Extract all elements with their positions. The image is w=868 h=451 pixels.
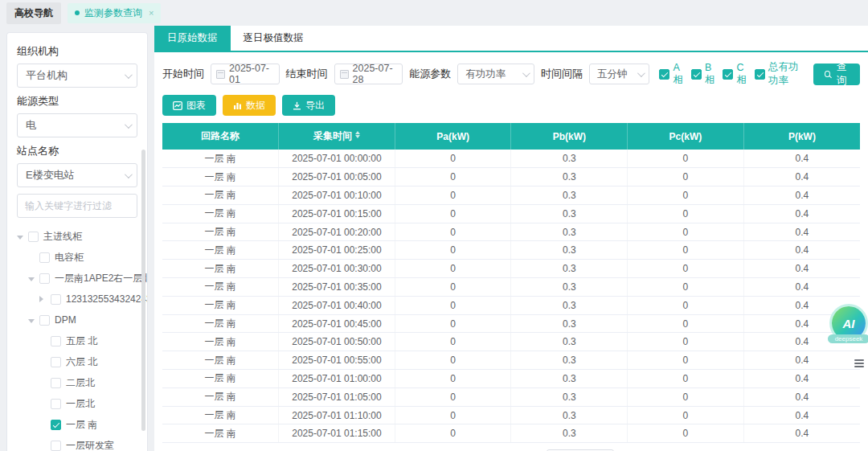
table-row[interactable]: 一层 南2025-07-01 00:50:0000.300.4 — [162, 333, 860, 351]
table-row[interactable]: 一层 南2025-07-01 01:10:0000.300.4 — [162, 406, 860, 424]
chevron-down-icon — [637, 69, 645, 77]
breadcrumb-tab[interactable]: 监测参数查询 × — [68, 3, 161, 23]
tree-item[interactable]: 二层北 — [17, 372, 137, 393]
table-row[interactable]: 一层 南2025-07-01 00:20:0000.300.4 — [162, 223, 860, 241]
tree-checkbox[interactable] — [51, 441, 61, 451]
column-header[interactable]: P(kW) — [743, 123, 860, 150]
checkbox-icon[interactable] — [659, 69, 669, 80]
interval-value: 五分钟 — [597, 68, 628, 81]
interval-select[interactable]: 五分钟 — [589, 64, 650, 84]
column-header[interactable]: Pa(kW) — [395, 123, 511, 150]
tree-checkbox[interactable] — [39, 273, 50, 284]
close-icon[interactable]: × — [149, 8, 154, 18]
tree-checkbox[interactable] — [51, 378, 61, 388]
table-cell: 0.4 — [743, 241, 860, 260]
start-date-input[interactable]: 2025-07-01 — [211, 64, 280, 84]
checkbox-icon[interactable] — [691, 69, 702, 80]
nav-menu-button[interactable]: 高校导航 — [6, 2, 61, 24]
data-tabs: 日原始数据 逐日极值数据 — [154, 26, 868, 52]
tree-item[interactable]: 1231325534324243423424342 — [17, 289, 137, 310]
tree-filter-input[interactable] — [17, 194, 137, 218]
table-row[interactable]: 一层 南2025-07-01 01:15:0000.300.4 — [162, 424, 860, 443]
column-header[interactable]: 采集时间 — [279, 123, 395, 150]
ai-assistant-widget[interactable]: AI deepseek — [826, 306, 868, 343]
table-cell: 0 — [628, 260, 744, 278]
energy-param-select[interactable]: 有功功率 — [457, 64, 534, 84]
table-row[interactable]: 一层 南2025-07-01 00:35:0000.300.4 — [162, 278, 860, 297]
phase-checkbox[interactable]: B相 — [691, 62, 715, 87]
tree-checkbox[interactable] — [39, 252, 50, 263]
tree-item[interactable]: 电容柜 — [17, 247, 137, 268]
table-cell: 0 — [395, 424, 511, 443]
side-panel-handle-icon[interactable] — [854, 359, 864, 367]
tree-checkbox[interactable] — [51, 420, 61, 430]
chart-button[interactable]: 图表 — [162, 95, 216, 116]
table-cell: 0.4 — [743, 351, 860, 370]
table-cell: 2025-07-01 00:10:00 — [279, 187, 395, 205]
table-row[interactable]: 一层 南2025-07-01 00:25:0000.300.4 — [162, 241, 860, 260]
org-select[interactable]: 平台机构 — [17, 64, 137, 88]
end-time-label: 结束时间 — [286, 67, 328, 81]
table-cell: 2025-07-01 01:00:00 — [279, 370, 395, 388]
table-row[interactable]: 一层 南2025-07-01 01:00:0000.300.4 — [162, 370, 860, 388]
table-row[interactable]: 一层 南2025-07-01 00:10:0000.300.4 — [162, 187, 860, 205]
tree-item[interactable]: 一层 南 — [17, 414, 137, 435]
tree-item-label: 一层研发室 — [66, 439, 114, 451]
table-row[interactable]: 一层 南2025-07-01 00:15:0000.300.4 — [162, 204, 860, 223]
table-cell: 0.4 — [743, 370, 860, 388]
table-cell: 0.3 — [511, 187, 628, 205]
energy-param-value: 有功功率 — [465, 68, 506, 81]
tree-checkbox[interactable] — [51, 294, 61, 305]
caret-down-icon[interactable] — [17, 231, 25, 242]
table-cell: 2025-07-01 00:20:00 — [279, 223, 395, 241]
table-row[interactable]: 一层 南2025-07-01 00:00:0000.300.4 — [162, 150, 860, 168]
tree-checkbox[interactable] — [39, 315, 50, 326]
caret-down-icon[interactable] — [28, 314, 36, 326]
start-time-label: 开始时间 — [162, 67, 204, 81]
sidebar-scrollbar[interactable] — [141, 150, 145, 431]
table-row[interactable]: 一层 南2025-07-01 01:05:0000.300.4 — [162, 387, 860, 406]
table-row[interactable]: 一层 南2025-07-01 00:45:0000.300.4 — [162, 314, 860, 333]
export-button[interactable]: 导出 — [282, 95, 335, 116]
phase-checkbox[interactable]: C相 — [723, 62, 747, 87]
tab-daily-extreme-data[interactable]: 逐日极值数据 — [231, 26, 317, 51]
tree-item[interactable]: 一层北 — [17, 393, 137, 414]
station-select[interactable]: E楼变电站 — [17, 163, 137, 187]
station-label: 站点名称 — [17, 144, 137, 158]
tree-item[interactable]: 一层研发室 — [17, 435, 137, 451]
table-row[interactable]: 一层 南2025-07-01 00:30:0000.300.4 — [162, 260, 860, 278]
tree-item[interactable]: 主进线柜 — [17, 226, 137, 247]
data-button[interactable]: 数据 — [223, 95, 276, 116]
phase-checkbox[interactable]: A相 — [659, 62, 683, 87]
tree-item[interactable]: DPM — [17, 310, 137, 330]
sort-icon[interactable] — [355, 131, 360, 139]
energy-select[interactable]: 电 — [17, 113, 137, 137]
table-cell: 0 — [395, 241, 511, 260]
table-row[interactable]: 一层 南2025-07-01 00:55:0000.300.4 — [162, 351, 860, 370]
caret-down-icon[interactable] — [28, 273, 36, 284]
tree-checkbox[interactable] — [51, 357, 61, 367]
query-button[interactable]: 查询 — [813, 64, 860, 85]
checkbox-icon[interactable] — [755, 69, 765, 80]
tab-daily-raw-data[interactable]: 日原始数据 — [154, 26, 231, 51]
checkbox-icon[interactable] — [723, 69, 733, 80]
tree-checkbox[interactable] — [51, 336, 61, 346]
column-header[interactable]: Pb(kW) — [511, 123, 628, 150]
table-row[interactable]: 一层 南2025-07-01 00:05:0000.300.4 — [162, 168, 860, 187]
tree-item[interactable]: 五层 北 — [17, 330, 137, 351]
phase-checkbox[interactable]: 总有功功率 — [755, 60, 800, 88]
table-cell: 一层 南 — [162, 333, 279, 351]
table-cell: 0.4 — [743, 223, 860, 241]
tree-item[interactable]: 六层 北 — [17, 351, 137, 372]
column-header[interactable]: Pc(kW) — [628, 123, 744, 150]
table-cell: 0.3 — [511, 223, 628, 241]
tree-checkbox[interactable] — [51, 399, 61, 409]
table-cell: 0 — [628, 314, 744, 333]
caret-right-icon[interactable] — [39, 293, 47, 305]
tree-item[interactable]: 一层南1APE2右一层北1APE1左 — [17, 268, 137, 289]
table-row[interactable]: 一层 南2025-07-01 00:40:0000.300.4 — [162, 296, 860, 314]
tree-checkbox[interactable] — [28, 232, 39, 242]
table-cell: 2025-07-01 00:45:00 — [279, 314, 395, 333]
end-date-input[interactable]: 2025-07-28 — [334, 64, 403, 84]
column-header[interactable]: 回路名称 — [162, 123, 279, 150]
